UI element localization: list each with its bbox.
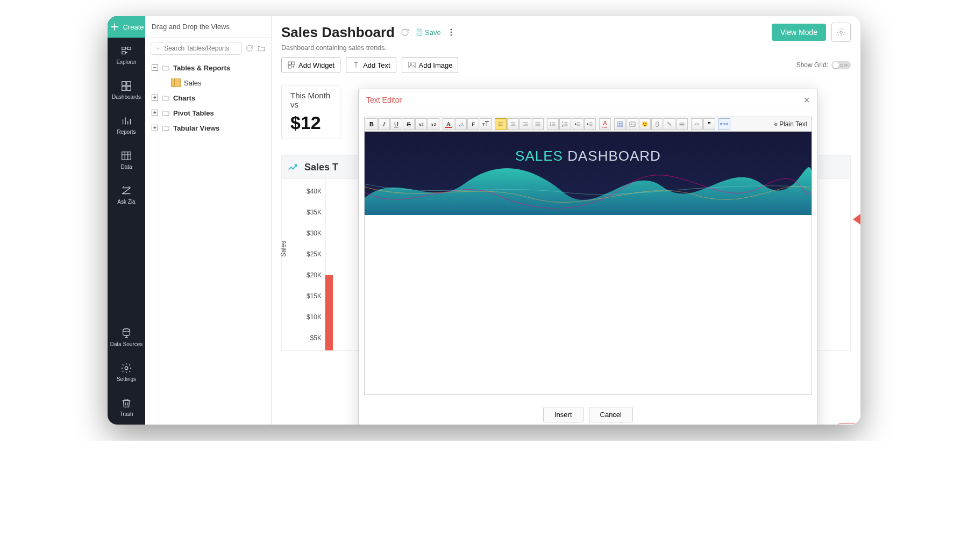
italic-button[interactable]: I xyxy=(378,118,390,130)
show-grid-toggle[interactable]: OFF xyxy=(831,61,851,69)
svg-point-30 xyxy=(645,123,646,124)
page-subtitle: Dashboard containing sales trends. xyxy=(272,44,860,57)
insert-button[interactable]: Insert xyxy=(543,407,583,422)
table-button[interactable] xyxy=(614,118,626,130)
widget-icon xyxy=(287,61,296,69)
search-input-wrap[interactable] xyxy=(151,42,242,55)
align-left-button[interactable] xyxy=(495,118,507,130)
add-image-button[interactable]: Add Image xyxy=(402,57,459,73)
tree-pivot[interactable]: + Pivot Tables xyxy=(150,105,267,120)
outdent-button[interactable] xyxy=(572,118,583,130)
nav-settings[interactable]: Settings xyxy=(108,355,145,390)
indent-button[interactable] xyxy=(584,118,596,130)
html-button[interactable]: <> xyxy=(691,118,703,130)
show-grid-label: Show Grid: xyxy=(796,61,828,69)
folder-icon[interactable] xyxy=(257,44,266,53)
image-icon xyxy=(408,61,416,69)
nav-explorer-label: Explorer xyxy=(116,59,136,65)
collapse-icon[interactable]: − xyxy=(152,64,158,71)
cancel-button[interactable]: Cancel xyxy=(589,407,633,422)
svg-rect-6 xyxy=(127,87,131,90)
bg-color-button[interactable] xyxy=(455,118,467,130)
nav-datasources[interactable]: Data Sources xyxy=(108,320,145,355)
nav-dashboards[interactable]: Dashboards xyxy=(108,73,145,107)
nav-reports[interactable]: Reports xyxy=(108,107,145,142)
folder-icon xyxy=(161,124,170,132)
add-image-label: Add Image xyxy=(419,61,453,69)
nav-askzia-label: Ask Zia xyxy=(117,199,135,205)
nav-askzia[interactable]: Ask Zia xyxy=(108,177,145,212)
add-widget-button[interactable]: Add Widget xyxy=(281,57,340,73)
modal-footer: Insert Cancel xyxy=(359,400,817,425)
ul-button[interactable] xyxy=(547,118,559,130)
expand-icon[interactable]: + xyxy=(152,110,158,116)
subscript-button[interactable]: x2 xyxy=(415,118,427,130)
add-text-label: Add Text xyxy=(363,61,390,69)
search-input[interactable] xyxy=(164,45,238,52)
source-button[interactable]: HTML xyxy=(718,118,730,130)
font-size-button[interactable]: TT xyxy=(480,118,492,130)
emoji-button[interactable] xyxy=(639,118,651,130)
font-family-button[interactable]: F xyxy=(467,118,479,130)
nav-trash[interactable]: Trash xyxy=(108,390,145,425)
y-tick: $5K xyxy=(285,334,322,342)
more-icon[interactable] xyxy=(446,27,456,37)
svg-point-13 xyxy=(840,31,843,34)
settings-button[interactable] xyxy=(831,23,851,42)
align-center-button[interactable] xyxy=(507,118,519,130)
svg-rect-3 xyxy=(122,82,126,85)
nav-dashboards-label: Dashboards xyxy=(112,94,141,100)
add-text-button[interactable]: Add Text xyxy=(346,57,396,73)
font-color-button[interactable]: A xyxy=(443,118,454,130)
tree-charts[interactable]: + Charts xyxy=(150,90,267,105)
link-button[interactable] xyxy=(651,118,663,130)
underline-button[interactable]: U xyxy=(390,118,402,130)
vertical-nav: Create Explorer Dashboards Reports Data … xyxy=(108,16,145,425)
tree-tabular[interactable]: + Tabular Views xyxy=(150,120,267,135)
strike-button[interactable]: S xyxy=(403,118,415,130)
save-button[interactable]: Save xyxy=(415,28,441,37)
ol-button[interactable]: 123 xyxy=(559,118,571,130)
y-tick: $35K xyxy=(285,209,322,216)
hr-button[interactable] xyxy=(676,118,688,130)
close-icon[interactable]: × xyxy=(803,95,810,105)
svg-point-11 xyxy=(451,32,452,33)
plus-icon xyxy=(109,21,120,33)
view-mode-button[interactable]: View Mode xyxy=(772,24,826,41)
bold-button[interactable]: B xyxy=(366,118,378,130)
tree-tabular-label: Tabular Views xyxy=(173,124,219,132)
explorer-search-row xyxy=(145,38,271,59)
unlink-button[interactable] xyxy=(664,118,675,130)
modal-body: B I U S x2 x2 A F TT 123 xyxy=(359,111,817,400)
text-icon xyxy=(352,61,360,69)
tree-root-label: Tables & Reports xyxy=(173,64,230,72)
expand-icon[interactable]: + xyxy=(152,125,158,131)
save-icon xyxy=(415,28,424,37)
kpi-card[interactable]: This Month vs $12 xyxy=(281,85,340,139)
table-icon xyxy=(171,78,181,87)
refresh-icon[interactable] xyxy=(245,44,254,53)
svg-rect-17 xyxy=(409,62,415,68)
tree-root[interactable]: − Tables & Reports xyxy=(150,60,267,75)
editor-canvas[interactable]: SALES DASHBOARD xyxy=(364,132,812,395)
quote-button[interactable]: ❞ xyxy=(703,118,715,130)
clear-format-button[interactable]: A xyxy=(599,118,611,130)
expand-icon[interactable]: + xyxy=(152,95,158,101)
plain-text-toggle[interactable]: « Plain Text xyxy=(774,120,810,128)
dashboard-toolbar: Add Widget Add Text Add Image Show Grid:… xyxy=(272,57,860,80)
svg-rect-1 xyxy=(127,47,131,50)
superscript-button[interactable]: x2 xyxy=(428,118,439,130)
create-button[interactable]: Create xyxy=(108,16,145,38)
nav-explorer[interactable]: Explorer xyxy=(108,38,145,73)
refresh-icon[interactable] xyxy=(400,27,410,37)
folder-icon xyxy=(161,94,170,102)
explorer-panel: Drag and Drop the Views − Tables & Repor… xyxy=(145,16,272,425)
nav-data[interactable]: Data xyxy=(108,142,145,177)
y-tick: $25K xyxy=(285,250,322,258)
y-axis: Sales $40K $35K $30K $25K $20K $15K $10K… xyxy=(282,179,325,350)
align-justify-button[interactable] xyxy=(532,118,544,130)
tree-sales[interactable]: Sales xyxy=(150,75,267,90)
insert-image-button[interactable] xyxy=(627,118,638,130)
folder-icon xyxy=(161,109,170,117)
align-right-button[interactable] xyxy=(519,118,531,130)
